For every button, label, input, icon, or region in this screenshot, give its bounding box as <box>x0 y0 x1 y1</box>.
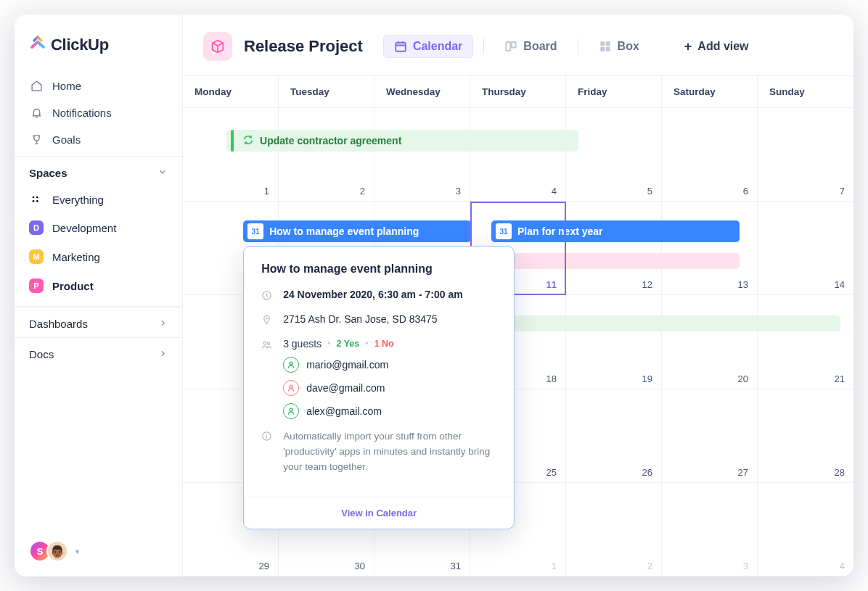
sidebar-item-product[interactable]: P Product <box>15 271 182 300</box>
calendar-cell[interactable]: 26 <box>566 389 662 483</box>
calendar-cell[interactable]: 3 <box>662 483 758 576</box>
guests-summary: 3 guests <box>283 338 322 350</box>
svg-point-20 <box>266 434 268 435</box>
event-green-block[interactable] <box>498 315 840 331</box>
view-btn-calendar[interactable]: Calendar <box>383 35 473 58</box>
svg-point-2 <box>33 200 35 202</box>
date-number: 2 <box>647 561 652 571</box>
guest-row[interactable]: dave@gmail.com <box>283 380 496 396</box>
svg-point-1 <box>36 196 38 198</box>
person-icon <box>283 357 299 373</box>
svg-rect-10 <box>605 47 610 51</box>
sidebar-item-development[interactable]: D Development <box>15 213 182 242</box>
space-badge: M <box>29 249 44 264</box>
weekday-header: Thursday <box>470 76 566 108</box>
guests-no: 1 No <box>374 339 394 349</box>
plus-icon: + <box>684 39 692 54</box>
calendar-cell[interactable]: 21 <box>758 295 853 389</box>
calendar-cell[interactable]: 14 <box>758 202 853 295</box>
date-number: 6 <box>743 186 748 197</box>
calendar-cell[interactable]: 6 <box>662 108 758 202</box>
date-number: 14 <box>835 279 845 290</box>
date-number: 4 <box>552 186 557 197</box>
date-number: 3 <box>743 561 748 571</box>
calendar-cell[interactable]: 2 <box>566 483 662 576</box>
calendar-badge-icon: 31 <box>247 223 263 239</box>
event-contractor[interactable]: Update contractor agreement <box>226 130 578 152</box>
view-btn-box[interactable]: Box <box>589 36 650 57</box>
everything-label: Everything <box>52 194 104 206</box>
calendar-cell[interactable]: 4 <box>758 483 853 576</box>
event-planning[interactable]: 31 How to manage event planning <box>243 220 471 242</box>
calendar-cell[interactable]: 12 <box>566 202 662 295</box>
view-label: Board <box>523 40 557 53</box>
bell-icon <box>29 107 44 119</box>
svg-point-3 <box>36 200 38 202</box>
date-number: 29 <box>259 561 269 571</box>
docs-label: Docs <box>29 348 54 360</box>
secondary-nav: Dashboards Docs <box>15 306 182 368</box>
guest-row[interactable]: alex@gmail.com <box>283 403 496 419</box>
svg-rect-9 <box>600 47 605 51</box>
popover-location-row: 2715 Ash Dr. San Jose, SD 83475 <box>261 313 496 328</box>
caret-down-icon: ▾ <box>75 547 79 555</box>
date-number: 27 <box>738 467 748 478</box>
info-icon <box>261 431 273 444</box>
date-number: 20 <box>738 373 748 384</box>
nav-home[interactable]: Home <box>15 73 182 99</box>
popover-description-row: Automatically import your stuff from oth… <box>261 429 496 475</box>
date-number: 11 <box>546 279 557 290</box>
project-title: Release Project <box>244 37 363 56</box>
sidebar-item-marketing[interactable]: M Marketing <box>15 242 182 271</box>
calendar-cell[interactable]: 2 <box>279 108 374 202</box>
spaces-header[interactable]: Spaces <box>15 156 182 186</box>
calendar-grid: 1234567891011121314151617181920212223242… <box>183 108 853 576</box>
date-number: 21 <box>835 373 845 384</box>
divider <box>483 38 484 54</box>
nav-dashboards[interactable]: Dashboards <box>15 307 182 337</box>
brand-logo[interactable]: ClickUp <box>15 15 182 70</box>
calendar-cell[interactable]: 13 <box>662 202 758 295</box>
nav-label: Notifications <box>52 107 112 119</box>
calendar-cell[interactable]: 19 <box>566 295 662 389</box>
popover-link-label: View in Calendar <box>341 508 417 518</box>
calendar-cell[interactable]: 28 <box>758 389 853 483</box>
calendar-cell[interactable]: 27 <box>662 389 758 483</box>
nav-docs[interactable]: Docs <box>15 337 182 368</box>
date-number: 19 <box>642 373 652 384</box>
main-pane: Release Project Calendar Board Box <box>183 15 853 576</box>
calendar-cell[interactable]: 5 <box>566 108 662 202</box>
home-icon <box>29 80 44 92</box>
sidebar-item-everything[interactable]: Everything <box>15 186 182 213</box>
calendar-cell[interactable]: 4 <box>470 108 566 202</box>
view-in-calendar-link[interactable]: View in Calendar <box>244 497 514 529</box>
space-label: Development <box>52 222 116 234</box>
people-icon <box>261 339 273 352</box>
svg-rect-8 <box>605 41 610 46</box>
calendar-cell[interactable]: 20 <box>662 295 758 389</box>
profile-switcher[interactable]: S 👨🏾 ▾ <box>15 529 182 576</box>
spaces-label: Spaces <box>29 167 67 179</box>
view-btn-board[interactable]: Board <box>494 36 567 57</box>
weekday-header: Tuesday <box>279 76 374 108</box>
svg-rect-7 <box>600 41 605 46</box>
nav-label: Goals <box>52 133 81 146</box>
topbar: Release Project Calendar Board Box <box>183 15 853 75</box>
nav-notifications[interactable]: Notifications <box>15 99 182 126</box>
calendar-cell[interactable]: 1 <box>183 108 279 202</box>
view-label: Box <box>618 40 639 53</box>
app-window: ClickUp Home Notifications Goals <box>15 15 853 576</box>
event-popover: How to manage event planning 24 November… <box>243 246 515 529</box>
svg-point-18 <box>290 408 292 411</box>
add-view-button[interactable]: + Add view <box>674 35 759 59</box>
guest-row[interactable]: mario@gmail.com <box>283 357 496 373</box>
svg-point-13 <box>266 318 268 320</box>
chevron-down-icon <box>157 167 168 179</box>
weekday-header: Wednesday <box>374 76 470 108</box>
svg-rect-5 <box>507 42 511 51</box>
date-number: 4 <box>840 561 845 571</box>
nav-goals[interactable]: Goals <box>15 126 182 153</box>
calendar-cell[interactable]: 3 <box>374 108 470 202</box>
calendar-cell[interactable]: 7 <box>758 108 853 202</box>
space-label: Product <box>52 280 94 292</box>
